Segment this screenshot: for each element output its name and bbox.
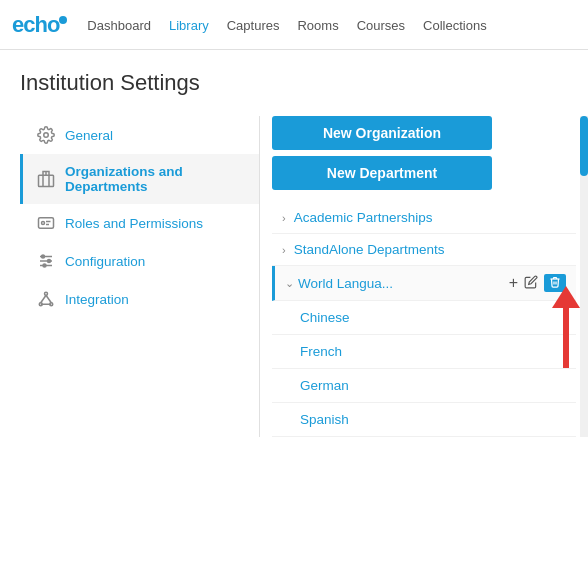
nav-collections[interactable]: Collections [423, 17, 487, 33]
dept-child-chinese[interactable]: Chinese [272, 301, 576, 335]
nav-rooms[interactable]: Rooms [297, 17, 338, 33]
sidebar-item-integration-label: Integration [65, 292, 129, 307]
sidebar-item-integration[interactable]: Integration [20, 280, 259, 318]
sidebar-item-general-label: General [65, 128, 113, 143]
page-title: Institution Settings [20, 70, 588, 96]
logo[interactable]: echo [12, 12, 67, 38]
tree-item-standalone[interactable]: › StandAlone Departments [272, 234, 576, 266]
standalone-departments-label: StandAlone Departments [294, 242, 445, 257]
world-lang-left: ⌄ World Langua... [285, 276, 393, 291]
arrow-head [552, 286, 580, 308]
sidebar-item-general[interactable]: General [20, 116, 259, 154]
chevron-down-icon: ⌄ [285, 277, 294, 290]
svg-point-8 [42, 255, 45, 258]
sidebar-item-organizations-label: Organizations and Departments [65, 164, 245, 194]
nav-bar: echo Dashboard Library Captures Rooms Co… [0, 0, 588, 50]
new-organization-button[interactable]: New Organization [272, 116, 492, 150]
svg-point-11 [45, 292, 48, 295]
building-icon [37, 170, 55, 188]
sidebar-item-configuration-label: Configuration [65, 254, 145, 269]
sidebar-item-organizations[interactable]: Organizations and Departments [20, 154, 259, 204]
edit-icon[interactable] [524, 275, 538, 292]
sidebar-item-roles[interactable]: Roles and Permissions [20, 204, 259, 242]
logo-text: echo [12, 12, 59, 38]
scrollbar-track[interactable] [580, 116, 588, 437]
nav-links: Dashboard Library Captures Rooms Courses… [87, 17, 486, 33]
add-icon[interactable]: + [509, 274, 518, 292]
main-panel: New Organization New Department › Academ… [260, 116, 588, 437]
sliders-icon [37, 252, 55, 270]
chevron-right-icon: › [282, 212, 286, 224]
red-arrow-indicator [552, 286, 580, 368]
nav-courses[interactable]: Courses [357, 17, 405, 33]
sidebar-item-roles-label: Roles and Permissions [65, 216, 203, 231]
world-languages-label: World Langua... [298, 276, 393, 291]
nav-library[interactable]: Library [169, 17, 209, 33]
arrow-shaft [563, 308, 569, 368]
scrollbar-thumb[interactable] [580, 116, 588, 176]
svg-line-15 [46, 295, 51, 303]
sidebar-item-configuration[interactable]: Configuration [20, 242, 259, 280]
svg-point-0 [44, 133, 49, 138]
new-department-button[interactable]: New Department [272, 156, 492, 190]
academic-partnerships-label: Academic Partnerships [294, 210, 433, 225]
sidebar: General Organizations and Departments [20, 116, 260, 437]
chevron-right-icon-2: › [282, 244, 286, 256]
svg-rect-1 [39, 175, 54, 186]
svg-point-10 [43, 264, 46, 267]
svg-point-9 [48, 260, 51, 263]
content-area: General Organizations and Departments [20, 116, 588, 437]
gear-icon [37, 126, 55, 144]
french-label: French [300, 344, 342, 359]
dept-child-german[interactable]: German [272, 369, 576, 403]
german-label: German [300, 378, 349, 393]
red-arrow [552, 286, 580, 368]
logo-dot [59, 16, 67, 24]
tree-item-academic[interactable]: › Academic Partnerships [272, 202, 576, 234]
svg-line-14 [41, 295, 46, 303]
nav-dashboard[interactable]: Dashboard [87, 17, 151, 33]
network-icon [37, 290, 55, 308]
svg-point-4 [42, 222, 45, 225]
tree-item-world-languages[interactable]: ⌄ World Langua... + [272, 266, 576, 301]
chinese-label: Chinese [300, 310, 350, 325]
spanish-label: Spanish [300, 412, 349, 427]
dept-child-spanish[interactable]: Spanish [272, 403, 576, 437]
id-card-icon [37, 214, 55, 232]
dept-child-french[interactable]: French [272, 335, 576, 369]
nav-captures[interactable]: Captures [227, 17, 280, 33]
page-wrapper: Institution Settings General [0, 50, 588, 437]
